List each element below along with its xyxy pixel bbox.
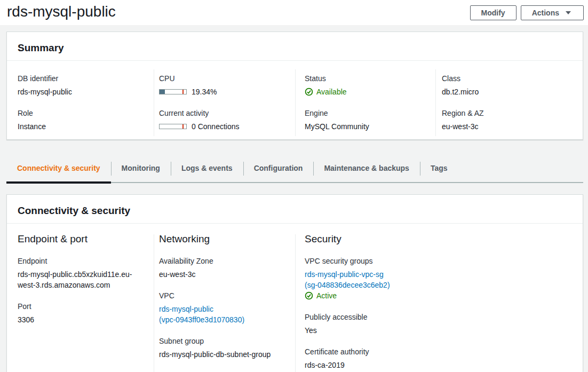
summary-col-identity: DB identifier rds-mysql-public Role Inst…: [7, 63, 154, 132]
role-label: Role: [18, 108, 143, 118]
region-az-field: Region & AZ eu-west-3c: [442, 108, 572, 132]
cpu-label: CPU: [159, 73, 284, 84]
availability-zone-value: eu-west-3c: [159, 269, 284, 280]
tab-logs-events[interactable]: Logs & events: [171, 156, 243, 182]
port-value: 3306: [18, 314, 143, 325]
tab-monitoring[interactable]: Monitoring: [111, 156, 171, 182]
endpoint-port-heading: Endpoint & port: [18, 233, 143, 245]
check-circle-icon: [305, 88, 313, 96]
tab-tags[interactable]: Tags: [420, 156, 458, 182]
region-az-label: Region & AZ: [442, 108, 572, 118]
caret-down-icon: [566, 11, 571, 14]
db-identifier-value: rds-mysql-public: [18, 86, 143, 97]
status-badge: Available: [305, 86, 425, 97]
certificate-authority-label: Certificate authority: [305, 346, 425, 357]
cpu-value-row: 19.34%: [159, 86, 284, 97]
availability-zone-field: Availability Zone eu-west-3c: [159, 256, 284, 280]
tab-maintenance-backups[interactable]: Maintenance & backups: [313, 156, 420, 182]
connectivity-card-header: Connectivity & security: [7, 195, 583, 224]
actions-button[interactable]: Actions: [521, 5, 584, 20]
publicly-accessible-field: Publicly accessible Yes: [305, 312, 425, 336]
security-column: Security VPC security groups rds-mysql-p…: [295, 226, 435, 370]
cpu-usage-bar: [159, 89, 187, 94]
port-label: Port: [18, 301, 143, 312]
vpc-security-groups-field: VPC security groups rds-mysql-public-vpc…: [305, 256, 425, 301]
vpc-security-group-link[interactable]: rds-mysql-public-vpc-sg (sg-048836decee3…: [305, 269, 425, 290]
current-activity-bar: [159, 124, 187, 129]
engine-value: MySQL Community: [305, 121, 425, 132]
endpoint-port-column: Endpoint & port Endpoint rds-mysql-publi…: [7, 226, 154, 370]
summary-col-class: Class db.t2.micro Region & AZ eu-west-3c: [435, 63, 583, 132]
security-group-status-value: Active: [316, 290, 337, 301]
modify-button[interactable]: Modify: [470, 5, 517, 20]
vpc-security-groups-value: rds-mysql-public-vpc-sg (sg-048836decee3…: [305, 269, 425, 290]
vpc-security-group-link-line2: (sg-048836decee3c6eb2): [305, 280, 425, 290]
page-header: rds-mysql-public Modify Actions: [0, 0, 588, 25]
class-field: Class db.t2.micro: [442, 73, 572, 97]
security-heading: Security: [305, 233, 425, 245]
connectivity-title: Connectivity & security: [18, 204, 572, 217]
vpc-link[interactable]: rds-mysql-public (vpc-0943ff0e3d1070830): [159, 304, 284, 325]
cpu-value: 19.34%: [192, 86, 217, 97]
vpc-field: VPC rds-mysql-public (vpc-0943ff0e3d1070…: [159, 290, 284, 325]
role-value: Instance: [18, 121, 143, 132]
port-field: Port 3306: [18, 301, 143, 325]
status-value: Available: [316, 86, 347, 97]
current-activity-field: Current activity 0 Connections: [159, 108, 284, 132]
vpc-security-group-link-line1: rds-mysql-public-vpc-sg: [305, 269, 425, 280]
role-field: Role Instance: [18, 108, 143, 132]
db-identifier-field: DB identifier rds-mysql-public: [18, 73, 143, 97]
detail-tabs: Connectivity & security Monitoring Logs …: [6, 156, 583, 183]
summary-col-status: Status Available Engine MySQL Community: [295, 63, 435, 132]
actions-button-label: Actions: [532, 9, 559, 17]
endpoint-value-line2: west-3.rds.amazonaws.com: [18, 280, 143, 290]
subnet-group-field: Subnet group rds-mysql-public-db-subnet-…: [159, 336, 284, 360]
networking-column: Networking Availability Zone eu-west-3c …: [154, 226, 295, 370]
endpoint-value-line1: rds-mysql-public.cb5xzkuid11e.eu-: [18, 269, 143, 280]
connectivity-security-card: Connectivity & security Endpoint & port …: [6, 194, 583, 372]
subnet-group-label: Subnet group: [159, 336, 284, 346]
cpu-usage-bar-fill: [160, 90, 165, 94]
endpoint-label: Endpoint: [18, 256, 143, 266]
vpc-value: rds-mysql-public (vpc-0943ff0e3d1070830): [159, 304, 284, 325]
vpc-label: VPC: [159, 290, 284, 301]
engine-label: Engine: [305, 108, 425, 118]
connectivity-card-body: Endpoint & port Endpoint rds-mysql-publi…: [7, 224, 583, 372]
cpu-usage-bar-threshold: [182, 90, 184, 94]
status-label: Status: [305, 73, 425, 84]
current-activity-value-row: 0 Connections: [159, 121, 284, 132]
current-activity-value: 0 Connections: [192, 121, 240, 132]
publicly-accessible-value: Yes: [305, 325, 425, 336]
db-identifier-label: DB identifier: [18, 73, 143, 84]
subnet-group-value: rds-mysql-public-db-subnet-group: [159, 349, 284, 360]
connectivity-empty-column: [435, 226, 583, 370]
cpu-field: CPU 19.34%: [159, 73, 284, 97]
publicly-accessible-label: Publicly accessible: [305, 312, 425, 322]
modify-button-label: Modify: [481, 9, 505, 17]
availability-zone-label: Availability Zone: [159, 256, 284, 266]
certificate-authority-field: Certificate authority rds-ca-2019: [305, 346, 425, 370]
tab-configuration[interactable]: Configuration: [243, 156, 314, 182]
certificate-authority-value: rds-ca-2019: [305, 360, 425, 370]
page-title: rds-mysql-public: [7, 5, 116, 19]
security-group-status-badge: Active: [305, 290, 425, 301]
class-label: Class: [442, 73, 572, 84]
current-activity-bar-threshold: [182, 124, 184, 129]
current-activity-label: Current activity: [159, 108, 284, 118]
tab-connectivity-security[interactable]: Connectivity & security: [6, 156, 111, 182]
summary-card: Summary DB identifier rds-mysql-public R…: [6, 31, 583, 140]
endpoint-field: Endpoint rds-mysql-public.cb5xzkuid11e.e…: [18, 256, 143, 290]
summary-card-header: Summary: [7, 32, 583, 61]
summary-card-body: DB identifier rds-mysql-public Role Inst…: [7, 61, 583, 139]
header-actions: Modify Actions: [470, 5, 584, 20]
networking-heading: Networking: [159, 233, 284, 245]
summary-title: Summary: [18, 42, 572, 54]
vpc-link-line2: (vpc-0943ff0e3d1070830): [159, 314, 284, 325]
class-value: db.t2.micro: [442, 86, 572, 97]
summary-col-metrics: CPU 19.34% Current activity 0 Conne: [154, 63, 295, 132]
vpc-security-groups-label: VPC security groups: [305, 256, 425, 266]
vpc-link-line1: rds-mysql-public: [159, 304, 284, 314]
region-az-value: eu-west-3c: [442, 121, 572, 132]
engine-field: Engine MySQL Community: [305, 108, 425, 132]
check-circle-icon: [305, 291, 313, 300]
